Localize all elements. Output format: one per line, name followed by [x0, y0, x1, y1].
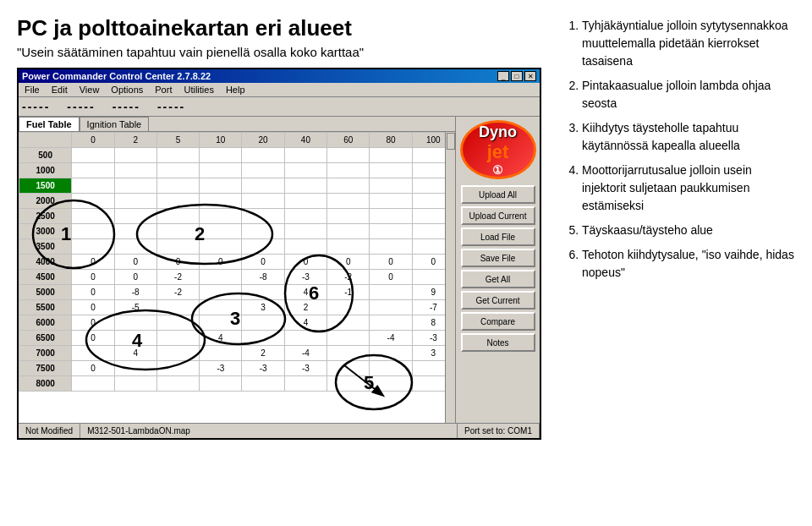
menu-file[interactable]: File [22, 84, 42, 96]
upload-all-button[interactable]: Upload All [461, 185, 535, 204]
grid-cell[interactable] [242, 285, 284, 300]
menu-view[interactable]: View [77, 84, 102, 96]
grid-cell[interactable] [370, 315, 412, 331]
grid-cell[interactable] [284, 376, 326, 392]
grid-cell[interactable] [156, 376, 199, 392]
grid-cell[interactable]: -1 [327, 285, 370, 300]
grid-cell[interactable] [327, 361, 370, 376]
grid-cell[interactable] [72, 178, 114, 194]
grid-cell[interactable]: 0 [114, 255, 156, 270]
menu-utilities[interactable]: Utilities [181, 84, 216, 96]
grid-cell[interactable] [242, 148, 284, 163]
grid-cell[interactable] [242, 376, 284, 392]
grid-cell[interactable]: -3 [284, 270, 326, 285]
grid-cell[interactable]: 4 [114, 346, 156, 361]
grid-cell[interactable] [200, 300, 242, 315]
grid-cell[interactable] [200, 224, 242, 239]
grid-cell[interactable] [200, 163, 242, 178]
grid-cell[interactable] [200, 194, 242, 209]
grid-cell[interactable] [242, 224, 284, 239]
grid-cell[interactable] [156, 148, 199, 163]
grid-cell[interactable] [72, 239, 114, 255]
grid-cell[interactable] [242, 194, 284, 209]
grid-cell[interactable] [327, 239, 370, 255]
grid-cell[interactable] [156, 224, 199, 239]
grid-cell[interactable] [156, 178, 199, 194]
grid-cell[interactable] [242, 331, 284, 346]
grid-cell[interactable] [156, 331, 199, 346]
grid-cell[interactable]: 4 [200, 331, 242, 346]
grid-cell[interactable]: -8 [114, 285, 156, 300]
grid-cell[interactable] [114, 148, 156, 163]
grid-cell[interactable] [114, 361, 156, 376]
grid-cell[interactable] [370, 209, 412, 224]
grid-cell[interactable] [327, 300, 370, 315]
grid-cell[interactable]: -2 [156, 270, 199, 285]
grid-cell[interactable]: -2 [327, 270, 370, 285]
grid-cell[interactable] [200, 239, 242, 255]
grid-cell[interactable] [72, 209, 114, 224]
grid-cell[interactable] [156, 194, 199, 209]
compare-button[interactable]: Compare [461, 312, 535, 331]
grid-cell[interactable] [200, 209, 242, 224]
grid-cell[interactable] [156, 300, 199, 315]
grid-cell[interactable] [242, 315, 284, 331]
grid-cell[interactable] [370, 224, 412, 239]
grid-cell[interactable]: 0 [72, 270, 114, 285]
grid-cell[interactable] [200, 178, 242, 194]
menu-port[interactable]: Port [152, 84, 174, 96]
grid-cell[interactable]: -2 [156, 285, 199, 300]
grid-cell[interactable] [200, 376, 242, 392]
grid-cell[interactable] [327, 163, 370, 178]
grid-cell[interactable] [72, 224, 114, 239]
grid-cell[interactable] [114, 331, 156, 346]
grid-cell[interactable] [156, 163, 199, 178]
grid-cell[interactable] [156, 361, 199, 376]
grid-cell[interactable]: 0 [72, 361, 114, 376]
grid-cell[interactable]: -4 [284, 346, 326, 361]
grid-cell[interactable] [156, 315, 199, 331]
grid-cell[interactable]: 0 [242, 255, 284, 270]
menu-options[interactable]: Options [108, 84, 145, 96]
grid-cell[interactable] [200, 346, 242, 361]
grid-cell[interactable] [72, 346, 114, 361]
grid-cell[interactable] [370, 285, 412, 300]
grid-cell[interactable]: 0 [370, 255, 412, 270]
vertical-scrollbar[interactable] [445, 132, 455, 431]
grid-cell[interactable] [72, 163, 114, 178]
grid-cell[interactable]: 0 [72, 315, 114, 331]
grid-cell[interactable]: 0 [72, 255, 114, 270]
grid-cell[interactable] [242, 178, 284, 194]
grid-cell[interactable] [72, 194, 114, 209]
grid-cell[interactable] [284, 224, 326, 239]
grid-cell[interactable]: 0 [72, 331, 114, 346]
grid-cell[interactable]: 3 [242, 300, 284, 315]
grid-cell[interactable] [200, 285, 242, 300]
grid-cell[interactable] [156, 346, 199, 361]
grid-cell[interactable] [327, 346, 370, 361]
menu-help[interactable]: Help [223, 84, 248, 96]
grid-cell[interactable]: -8 [242, 270, 284, 285]
grid-cell[interactable] [72, 148, 114, 163]
grid-cell[interactable] [284, 239, 326, 255]
grid-cell[interactable] [156, 209, 199, 224]
grid-cell[interactable] [284, 331, 326, 346]
grid-cell[interactable] [370, 239, 412, 255]
grid-cell[interactable] [327, 209, 370, 224]
grid-cell[interactable] [284, 209, 326, 224]
get-current-button[interactable]: Get Current [461, 291, 535, 310]
grid-cell[interactable]: 2 [284, 300, 326, 315]
grid-cell[interactable] [114, 178, 156, 194]
grid-cell[interactable] [284, 194, 326, 209]
grid-cell[interactable] [370, 346, 412, 361]
grid-cell[interactable]: -3 [200, 361, 242, 376]
grid-cell[interactable] [327, 331, 370, 346]
grid-cell[interactable] [327, 194, 370, 209]
grid-cell[interactable]: 2 [242, 346, 284, 361]
grid-cell[interactable] [114, 194, 156, 209]
grid-cell[interactable]: 0 [200, 255, 242, 270]
grid-cell[interactable]: -5 [114, 300, 156, 315]
grid-cell[interactable]: 0 [284, 255, 326, 270]
grid-cell[interactable] [114, 224, 156, 239]
grid-cell[interactable] [370, 178, 412, 194]
